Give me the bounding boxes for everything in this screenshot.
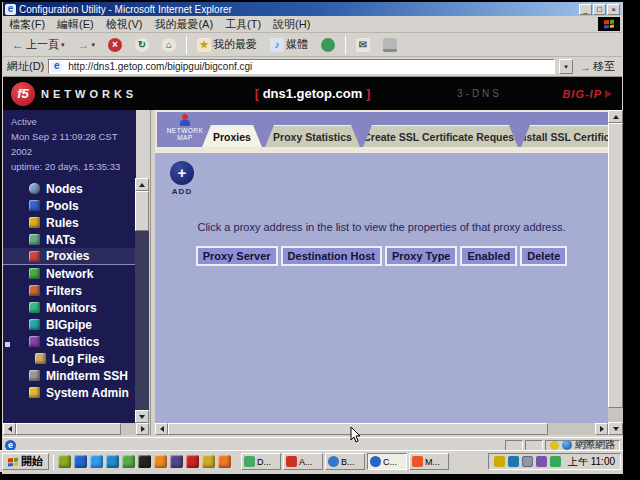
scroll-right-button[interactable]: [595, 423, 608, 435]
column-header-proxy-server[interactable]: Proxy Server: [196, 246, 278, 266]
menu-edit[interactable]: 編輯(E): [57, 17, 94, 32]
task-label: A...: [299, 457, 313, 467]
forward-dropdown-icon[interactable]: ▾: [92, 41, 96, 49]
tab-install-ssl-certificate[interactable]: Install SSL Certificate: [521, 125, 608, 147]
main-vertical-scrollbar[interactable]: [608, 110, 623, 435]
scroll-left-button[interactable]: [155, 423, 168, 435]
sidebar-item-system-admin[interactable]: System Admin: [3, 384, 136, 401]
sidebar-item-mindterm-ssh[interactable]: Mindterm SSH: [3, 367, 136, 384]
back-dropdown-icon[interactable]: ▾: [61, 41, 65, 49]
status-active: Active: [11, 114, 136, 129]
main-horizontal-scrollbar[interactable]: [155, 423, 608, 435]
sidebar-item-label: Mindterm SSH: [46, 369, 128, 383]
quicklaunch-icon[interactable]: [106, 455, 119, 468]
close-button[interactable]: ×: [607, 4, 620, 15]
scroll-thumb[interactable]: [608, 123, 623, 408]
print-button[interactable]: [378, 36, 402, 54]
minimize-button[interactable]: _: [579, 4, 592, 15]
sidebar-item-network[interactable]: Network: [3, 265, 136, 282]
column-header-destination-host[interactable]: Destination Host: [281, 246, 382, 266]
task-button-1[interactable]: D...: [241, 453, 281, 470]
menu-help[interactable]: 說明(H): [273, 17, 310, 32]
url-dropdown-icon[interactable]: ▾: [559, 59, 573, 74]
quicklaunch-icon[interactable]: [186, 455, 199, 468]
sidebar-item-rules[interactable]: Rules: [3, 214, 136, 231]
bracket-open: [: [255, 86, 259, 101]
tab-create-ssl-certificate-request[interactable]: Create SSL Certificate Request: [363, 125, 518, 147]
media-icon: ♪: [270, 38, 284, 52]
display-icon[interactable]: [522, 456, 533, 467]
back-button[interactable]: ← 上一頁 ▾: [7, 35, 70, 54]
menu-tools[interactable]: 工具(T): [225, 17, 261, 32]
menu-favorites[interactable]: 我的最愛(A): [154, 17, 213, 32]
sidebar-item-filters[interactable]: Filters: [3, 282, 136, 299]
tray-icon[interactable]: [508, 456, 519, 467]
quicklaunch-icon[interactable]: [122, 455, 135, 468]
scroll-right-button[interactable]: [136, 423, 149, 435]
plus-icon: +: [178, 164, 187, 181]
quicklaunch-icon[interactable]: [170, 455, 183, 468]
column-header-enabled[interactable]: Enabled: [460, 246, 517, 266]
task-button-4[interactable]: C...: [367, 453, 407, 470]
filters-icon: [29, 285, 40, 296]
mail-button[interactable]: ✉: [351, 36, 375, 54]
home-button[interactable]: ⌂: [157, 36, 181, 54]
quicklaunch-icon[interactable]: [58, 455, 71, 468]
quicklaunch-icon[interactable]: [90, 455, 103, 468]
sidebar-item-pools[interactable]: Pools: [3, 197, 136, 214]
start-button[interactable]: 開始: [2, 453, 49, 470]
sidebar-item-nodes[interactable]: Nodes: [3, 180, 136, 197]
tab-bar: NETWORK MAP Proxies Proxy Statistics Cre…: [155, 110, 608, 147]
nodes-icon: [29, 183, 40, 194]
sidebar-item-log-files[interactable]: Log Files: [3, 350, 136, 367]
sidebar-item-label: Network: [46, 267, 93, 281]
history-button[interactable]: [316, 36, 340, 54]
add-label: ADD: [170, 187, 194, 196]
expand-icon[interactable]: [5, 342, 10, 347]
quicklaunch-icon[interactable]: [154, 455, 167, 468]
tray-icon[interactable]: [536, 456, 547, 467]
add-button[interactable]: +: [170, 161, 194, 185]
favorites-icon: ★: [197, 38, 211, 52]
go-button[interactable]: → 移至: [577, 59, 618, 75]
quicklaunch-icon[interactable]: [202, 455, 215, 468]
task-button-3[interactable]: B...: [325, 453, 365, 470]
task-button-5[interactable]: M...: [409, 453, 449, 470]
scroll-thumb[interactable]: [16, 423, 121, 435]
column-header-proxy-type[interactable]: Proxy Type: [385, 246, 458, 266]
favorites-button[interactable]: ★ 我的最愛: [192, 35, 262, 54]
column-header-delete[interactable]: Delete: [520, 246, 567, 266]
network-map-button[interactable]: NETWORK MAP: [163, 114, 207, 141]
maximize-button[interactable]: □: [593, 4, 606, 15]
tab-proxy-statistics[interactable]: Proxy Statistics: [265, 125, 360, 147]
tray-icon[interactable]: [550, 456, 561, 467]
task-button-2[interactable]: A...: [283, 453, 323, 470]
scroll-left-button[interactable]: [3, 423, 16, 435]
quicklaunch-icon[interactable]: [74, 455, 87, 468]
sidebar-item-nats[interactable]: NATs: [3, 231, 136, 248]
scroll-down-button[interactable]: [135, 410, 149, 423]
menu-file[interactable]: 檔案(F): [9, 17, 45, 32]
menu-view[interactable]: 檢視(V): [106, 17, 143, 32]
sidebar-horizontal-scrollbar[interactable]: [3, 423, 149, 435]
sidebar-vertical-scrollbar[interactable]: [135, 178, 149, 423]
sidebar-item-monitors[interactable]: Monitors: [3, 299, 136, 316]
back-label: 上一頁: [26, 37, 59, 52]
quicklaunch-icon[interactable]: [138, 455, 151, 468]
media-button[interactable]: ♪ 媒體: [265, 35, 313, 54]
scroll-up-button[interactable]: [608, 110, 623, 123]
sidebar-item-statistics[interactable]: Statistics: [3, 333, 136, 350]
volume-icon[interactable]: [494, 456, 505, 467]
stop-button[interactable]: ×: [103, 36, 127, 54]
tab-proxies[interactable]: Proxies: [202, 125, 262, 147]
scroll-thumb[interactable]: [135, 191, 149, 231]
sidebar-item-proxies[interactable]: Proxies: [3, 248, 136, 265]
scroll-down-button[interactable]: [608, 422, 623, 435]
mindterm-ssh-icon: [29, 370, 40, 381]
quicklaunch-icon[interactable]: [218, 455, 231, 468]
url-input[interactable]: [68, 61, 552, 72]
sidebar-item-bigpipe[interactable]: BIGpipe: [3, 316, 136, 333]
forward-button[interactable]: → ▾: [73, 36, 101, 54]
scroll-up-button[interactable]: [135, 178, 149, 191]
refresh-button[interactable]: ↻: [130, 36, 154, 54]
